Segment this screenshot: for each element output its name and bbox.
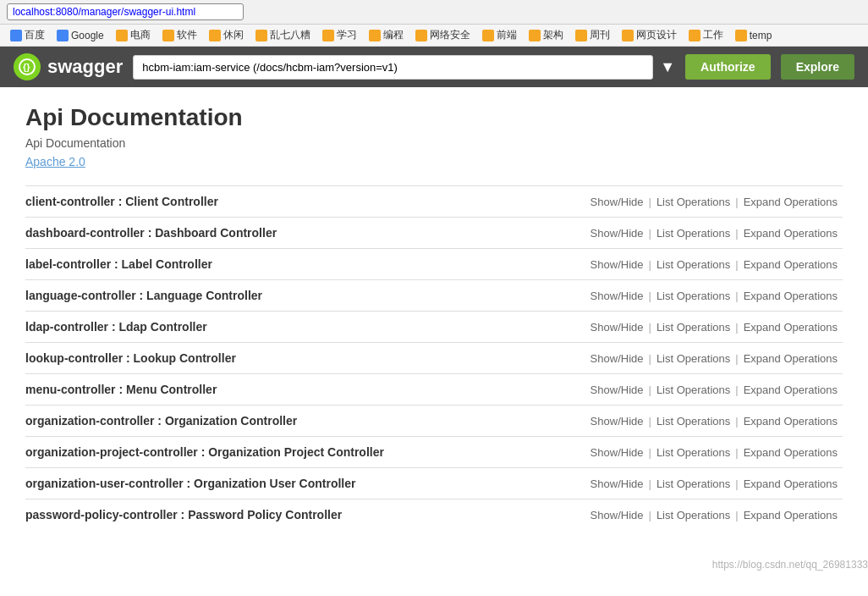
list-operations-link[interactable]: List Operations [651,196,735,208]
bookmark-icon-coding [369,30,381,41]
controller-name: organization-user-controller : Organizat… [25,477,585,490]
show-hide-link[interactable]: Show/Hide [585,258,649,271]
list-operations-link[interactable]: List Operations [651,477,735,490]
expand-operations-link[interactable]: Expand Operations [739,258,843,271]
bookmark-leisure[interactable]: 休闲 [206,27,247,43]
show-hide-link[interactable]: Show/Hide [585,415,649,428]
dropdown-arrow-icon[interactable]: ▼ [660,58,675,76]
show-hide-link[interactable]: Show/Hide [585,446,649,459]
list-operations-link[interactable]: List Operations [651,509,735,522]
controller-actions: Show/Hide | List Operations | Expand Ope… [585,196,843,208]
expand-operations-link[interactable]: Expand Operations [739,384,843,396]
bookmark-misc[interactable]: 乱七八糟 [252,27,314,43]
controller-actions: Show/Hide | List Operations | Expand Ope… [585,446,843,459]
controller-actions: Show/Hide | List Operations | Expand Ope… [585,290,843,302]
bookmark-google[interactable]: Google [53,29,107,42]
swagger-url-container: ▼ [133,55,675,80]
swagger-icon: {} [14,53,41,80]
bookmarks-bar: 百度 Google 电商 软件 休闲 乱七八糟 学习 编程 网络安全 前端 架构 [0,25,868,47]
expand-operations-link[interactable]: Expand Operations [739,352,843,365]
expand-operations-link[interactable]: Expand Operations [739,446,843,459]
list-operations-link[interactable]: List Operations [651,415,735,428]
license-link[interactable]: Apache 2.0 [25,155,85,168]
controller-actions: Show/Hide | List Operations | Expand Ope… [585,321,843,334]
controller-row: password-policy-controller : Password Po… [25,499,843,530]
controller-actions: Show/Hide | List Operations | Expand Ope… [585,415,843,428]
expand-operations-link[interactable]: Expand Operations [739,321,843,334]
controller-name: password-policy-controller : Password Po… [25,508,585,522]
authorize-button[interactable]: Authorize [685,54,771,80]
controller-actions: Show/Hide | List Operations | Expand Ope… [585,258,843,271]
svg-text:{}: {} [23,62,30,72]
bookmark-arch[interactable]: 架构 [525,27,567,43]
controller-actions: Show/Hide | List Operations | Expand Ope… [585,384,843,396]
show-hide-link[interactable]: Show/Hide [585,290,649,302]
controller-actions: Show/Hide | List Operations | Expand Ope… [585,352,843,365]
url-bar[interactable]: localhost:8080/manager/swagger-ui.html [7,3,244,20]
swagger-logo: {} swagger [14,53,123,80]
bookmark-frontend[interactable]: 前端 [479,27,520,43]
expand-operations-link[interactable]: Expand Operations [739,509,843,522]
bookmark-icon-study [322,30,334,41]
bookmark-software[interactable]: 软件 [159,27,201,43]
controller-row: organization-user-controller : Organizat… [25,467,843,499]
show-hide-link[interactable]: Show/Hide [585,321,649,334]
show-hide-link[interactable]: Show/Hide [585,227,649,240]
controller-actions: Show/Hide | List Operations | Expand Ope… [585,509,843,522]
list-operations-link[interactable]: List Operations [651,446,735,459]
controller-row: ldap-controller : Ldap ControllerShow/Hi… [25,311,843,342]
bookmark-icon-work [689,30,700,41]
bookmark-icon-temp [735,30,747,41]
main-content: Api Documentation Api Documentation Apac… [0,87,868,547]
list-operations-link[interactable]: List Operations [651,258,735,271]
bookmark-icon-security [415,30,427,41]
controller-name: organization-project-controller : Organi… [25,445,585,459]
controller-row: lookup-controller : Lookup ControllerSho… [25,342,843,373]
bookmark-icon-weekly [575,30,587,41]
bookmark-icon-software [162,30,174,41]
show-hide-link[interactable]: Show/Hide [585,509,649,522]
controller-actions: Show/Hide | List Operations | Expand Ope… [585,477,843,490]
list-operations-link[interactable]: List Operations [651,384,735,396]
show-hide-link[interactable]: Show/Hide [585,352,649,365]
page-title: Api Documentation [25,104,843,131]
swagger-url-input[interactable] [133,55,653,80]
bookmark-coding[interactable]: 编程 [365,27,407,43]
controller-name: lookup-controller : Lookup Controller [25,351,585,365]
show-hide-link[interactable]: Show/Hide [585,196,649,208]
expand-operations-link[interactable]: Expand Operations [739,227,843,240]
list-operations-link[interactable]: List Operations [651,227,735,240]
controller-row: client-controller : Client ControllerSho… [25,185,843,217]
expand-operations-link[interactable]: Expand Operations [739,477,843,490]
controller-row: organization-controller : Organization C… [25,405,843,436]
controller-name: client-controller : Client Controller [25,195,585,208]
bookmark-temp[interactable]: temp [732,29,776,42]
bookmark-security[interactable]: 网络安全 [412,27,474,43]
controller-name: ldap-controller : Ldap Controller [25,320,585,334]
bookmark-icon-leisure [209,30,221,41]
explore-button[interactable]: Explore [781,54,854,80]
bookmark-weekly[interactable]: 周刊 [572,27,613,43]
list-operations-link[interactable]: List Operations [651,352,735,365]
bookmark-baidu[interactable]: 百度 [7,27,48,43]
bookmark-ec[interactable]: 电商 [113,27,154,43]
controller-row: label-controller : Label ControllerShow/… [25,248,843,279]
bookmark-webdesign[interactable]: 网页设计 [618,27,680,43]
controller-row: organization-project-controller : Organi… [25,436,843,467]
controller-name: organization-controller : Organization C… [25,414,585,428]
swagger-header: {} swagger ▼ Authorize Explore [0,47,868,87]
expand-operations-link[interactable]: Expand Operations [739,290,843,302]
bookmark-icon-arch [529,30,541,41]
bookmark-study[interactable]: 学习 [319,27,360,43]
show-hide-link[interactable]: Show/Hide [585,384,649,396]
controller-name: language-controller : Language Controlle… [25,289,585,302]
list-operations-link[interactable]: List Operations [651,321,735,334]
controller-name: label-controller : Label Controller [25,257,585,271]
controller-name: menu-controller : Menu Controller [25,383,585,396]
controller-actions: Show/Hide | List Operations | Expand Ope… [585,227,843,240]
expand-operations-link[interactable]: Expand Operations [739,196,843,208]
bookmark-work[interactable]: 工作 [685,27,727,43]
list-operations-link[interactable]: List Operations [651,290,735,302]
expand-operations-link[interactable]: Expand Operations [739,415,843,428]
show-hide-link[interactable]: Show/Hide [585,477,649,490]
